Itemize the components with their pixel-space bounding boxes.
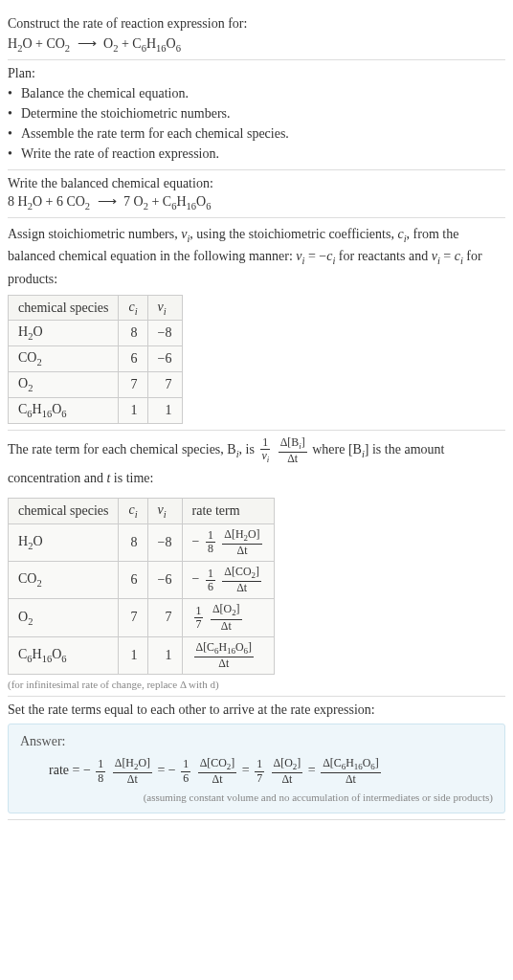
cell-species: CO2 (9, 562, 119, 599)
cell-ci: 7 (119, 599, 147, 636)
cell-species: H2O (9, 321, 119, 346)
col-nui: νi (147, 295, 182, 321)
balanced-section: Write the balanced chemical equation: 8 … (8, 170, 505, 218)
answer-equation: rate = − 18 Δ[H2O]Δt = − 16 Δ[CO2]Δt = 1… (20, 757, 493, 786)
cell-species: H2O (9, 523, 119, 561)
bullet-icon: • (8, 103, 17, 123)
cell-ci: 7 (119, 372, 147, 398)
col-nui: νi (147, 498, 182, 523)
cell-rate: − 16 Δ[CO2]Δt (182, 562, 274, 599)
cell-species: O2 (9, 372, 119, 398)
list-item: •Determine the stoichiometric numbers. (8, 103, 505, 123)
table-row: O2 7 7 (9, 372, 183, 398)
cell-ci: 1 (119, 636, 147, 674)
table-header-row: chemical species ci νi rate term (9, 498, 275, 523)
cell-nui: −6 (147, 346, 182, 372)
final-heading: Set the rate terms equal to each other t… (8, 702, 505, 718)
cell-ci: 8 (119, 321, 147, 346)
reaction-arrow-icon: ⟶ (78, 35, 97, 52)
col-rate: rate term (182, 498, 274, 523)
eq-text: O + 6 CO (33, 194, 85, 209)
eq-text: 7 O (123, 194, 144, 209)
cell-nui: −6 (147, 562, 182, 599)
cell-ci: 6 (119, 562, 147, 599)
table-row: C6H16O6 1 1 Δ[C6H16O6]Δt (9, 636, 275, 674)
cell-rate: Δ[C6H16O6]Δt (182, 636, 274, 674)
plan-item-text: Determine the stoichiometric numbers. (21, 103, 231, 123)
fraction: Δ[Bi]Δt (279, 436, 307, 465)
plan-heading: Plan: (8, 66, 505, 81)
cell-nui: −8 (147, 321, 182, 346)
prompt-heading: Construct the rate of reaction expressio… (8, 13, 505, 33)
cell-ci: 6 (119, 346, 147, 372)
eq-text: + C (148, 194, 171, 209)
cell-nui: 7 (147, 599, 182, 636)
stoich-text: Assign stoichiometric numbers, νi, using… (8, 224, 505, 289)
eq-text: 8 H (8, 194, 28, 209)
balanced-equation: 8 H2O + 6 CO2 ⟶ 7 O2 + C6H16O6 (8, 193, 505, 212)
rate-table: chemical species ci νi rate term H2O 8 −… (8, 498, 275, 675)
rate-term-section: The rate term for each chemical species,… (8, 431, 505, 697)
prompt-section: Construct the rate of reaction expressio… (8, 8, 505, 60)
table-row: CO2 6 −6 − 16 Δ[CO2]Δt (9, 562, 275, 599)
stoich-section: Assign stoichiometric numbers, νi, using… (8, 218, 505, 431)
rate-term-text: The rate term for each chemical species,… (8, 436, 505, 492)
answer-label: Answer: (20, 734, 493, 749)
cell-ci: 8 (119, 523, 147, 561)
cell-species: O2 (9, 599, 119, 636)
cell-rate: 17 Δ[O2]Δt (182, 599, 274, 636)
bullet-icon: • (8, 144, 17, 164)
bullet-icon: • (8, 83, 17, 103)
reaction-arrow-icon: ⟶ (98, 193, 117, 210)
table-row: CO2 6 −6 (9, 346, 183, 372)
list-item: •Balance the chemical equation. (8, 83, 505, 103)
cell-nui: 1 (147, 636, 182, 674)
fraction: 1νi (259, 436, 271, 465)
plan-item-text: Write the rate of reaction expression. (21, 144, 219, 164)
final-section: Set the rate terms equal to each other t… (8, 697, 505, 820)
bullet-icon: • (8, 123, 17, 144)
plan-list: •Balance the chemical equation. •Determi… (8, 83, 505, 164)
plan-item-text: Balance the chemical equation. (21, 83, 189, 103)
eq-rhs: O2 + C6H16O6 (103, 36, 181, 51)
answer-box: Answer: rate = − 18 Δ[H2O]Δt = − 16 Δ[CO… (8, 724, 505, 813)
stoich-table: chemical species ci νi H2O 8 −8 CO2 6 −6… (8, 295, 183, 424)
table-row: H2O 8 −8 (9, 321, 183, 346)
table-row: H2O 8 −8 − 18 Δ[H2O]Δt (9, 523, 275, 561)
col-ci: ci (119, 498, 147, 523)
list-item: •Write the rate of reaction expression. (8, 144, 505, 164)
cell-ci: 1 (119, 397, 147, 423)
col-ci: ci (119, 295, 147, 321)
table-row: C6H16O6 1 1 (9, 397, 183, 423)
cell-species: C6H16O6 (9, 636, 119, 674)
rate-footnote: (for infinitesimal rate of change, repla… (8, 679, 505, 690)
cell-rate: − 18 Δ[H2O]Δt (182, 523, 274, 561)
cell-nui: 1 (147, 397, 182, 423)
cell-nui: 7 (147, 372, 182, 398)
table-header-row: chemical species ci νi (9, 295, 183, 321)
col-species: chemical species (9, 295, 119, 321)
list-item: •Assemble the rate term for each chemica… (8, 123, 505, 144)
unbalanced-equation: H2O + CO2 ⟶ O2 + C6H16O6 (8, 35, 505, 54)
col-species: chemical species (9, 498, 119, 523)
answer-note: (assuming constant volume and no accumul… (20, 791, 493, 803)
eq-lhs: H2O + CO2 (8, 36, 70, 51)
cell-nui: −8 (147, 523, 182, 561)
cell-species: CO2 (9, 346, 119, 372)
cell-species: C6H16O6 (9, 397, 119, 423)
table-row: O2 7 7 17 Δ[O2]Δt (9, 599, 275, 636)
balanced-heading: Write the balanced chemical equation: (8, 176, 505, 191)
plan-item-text: Assemble the rate term for each chemical… (21, 123, 289, 144)
plan-section: Plan: •Balance the chemical equation. •D… (8, 60, 505, 170)
